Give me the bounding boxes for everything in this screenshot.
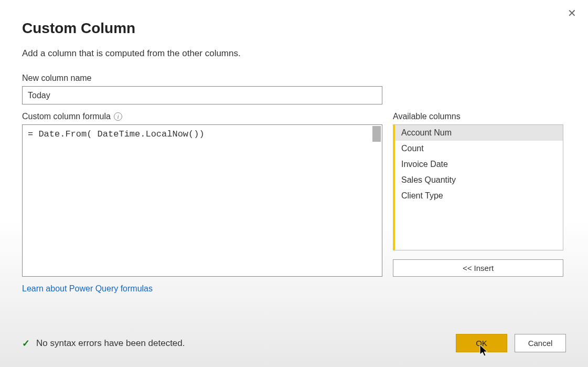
available-label-text: Available columns [393,112,461,121]
formula-text: = Date.From( DateTime.LocalNow()) [28,129,377,139]
status-message: ✓ No syntax errors have been detected. [22,338,185,349]
close-icon[interactable]: ✕ [568,8,576,18]
insert-button[interactable]: << Insert [393,259,563,277]
scrollbar-thumb[interactable] [372,126,381,142]
custom-column-dialog: ✕ Custom Column Add a column that is com… [0,0,588,367]
formula-editor[interactable]: = Date.From( DateTime.LocalNow()) [22,124,382,277]
column-item[interactable]: Count [395,141,563,156]
ok-button[interactable]: OK [456,334,507,352]
info-icon[interactable]: i [114,112,122,121]
formula-label-text: Custom column formula [22,112,111,121]
status-text: No syntax errors have been detected. [36,338,185,349]
name-label-text: New column name [22,74,92,83]
learn-link[interactable]: Learn about Power Query formulas [22,284,153,293]
cancel-button[interactable]: Cancel [515,334,566,352]
dialog-footer: ✓ No syntax errors have been detected. O… [22,334,566,352]
new-column-name-label: New column name [22,74,566,83]
available-columns-list[interactable]: Account Num Count Invoice Date Sales Qua… [393,124,563,250]
dialog-title: Custom Column [22,20,566,37]
new-column-name-input[interactable] [22,86,382,104]
button-row: OK Cancel [456,334,566,352]
column-item[interactable]: Invoice Date [395,156,563,172]
dialog-subtitle: Add a column that is computed from the o… [22,48,566,59]
column-item[interactable]: Account Num [395,125,563,141]
check-icon: ✓ [22,338,30,349]
formula-label: Custom column formula i [22,112,382,121]
column-item[interactable]: Sales Quantity [395,172,563,188]
column-item[interactable]: Client Type [395,188,563,204]
available-columns-label: Available columns [393,112,563,121]
